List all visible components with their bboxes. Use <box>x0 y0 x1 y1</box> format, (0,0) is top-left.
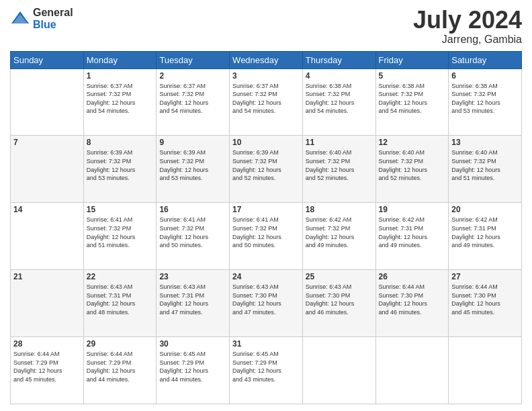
day-info: Sunrise: 6:43 AM Sunset: 7:31 PM Dayligh… <box>159 283 226 316</box>
day-info: Sunrise: 6:38 AM Sunset: 7:32 PM Dayligh… <box>379 82 446 116</box>
day-number: 31 <box>232 339 300 349</box>
table-row: 8Sunrise: 6:39 AM Sunset: 7:32 PM Daylig… <box>83 136 157 203</box>
day-number: 11 <box>306 138 373 147</box>
day-number: 29 <box>87 339 154 349</box>
table-row: 15Sunrise: 6:41 AM Sunset: 7:32 PM Dayli… <box>83 203 157 270</box>
table-row: 17Sunrise: 6:41 AM Sunset: 7:32 PM Dayli… <box>230 203 303 270</box>
day-number: 25 <box>306 272 373 281</box>
day-number: 22 <box>87 272 154 281</box>
day-number: 21 <box>13 272 81 281</box>
table-row: 30Sunrise: 6:45 AM Sunset: 7:29 PM Dayli… <box>157 337 230 404</box>
day-number: 27 <box>451 272 519 281</box>
table-row: 1Sunrise: 6:37 AM Sunset: 7:32 PM Daylig… <box>83 68 157 136</box>
day-number: 2 <box>159 71 226 81</box>
day-info: Sunrise: 6:39 AM Sunset: 7:32 PM Dayligh… <box>159 148 226 182</box>
table-row: 16Sunrise: 6:41 AM Sunset: 7:32 PM Dayli… <box>157 203 230 270</box>
day-number: 30 <box>159 339 226 349</box>
col-sunday: Sunday <box>11 51 84 68</box>
table-row: 25Sunrise: 6:43 AM Sunset: 7:30 PM Dayli… <box>302 270 375 337</box>
day-number: 6 <box>451 71 519 81</box>
table-row: 4Sunrise: 6:38 AM Sunset: 7:32 PM Daylig… <box>302 68 375 136</box>
table-row: 24Sunrise: 6:43 AM Sunset: 7:30 PM Dayli… <box>230 270 303 337</box>
logo-text: General Blue <box>33 7 73 30</box>
logo-blue-text: Blue <box>33 19 73 31</box>
day-info: Sunrise: 6:37 AM Sunset: 7:32 PM Dayligh… <box>232 82 300 116</box>
calendar-title: July 2024 <box>413 7 522 34</box>
table-row: 29Sunrise: 6:44 AM Sunset: 7:29 PM Dayli… <box>83 337 157 404</box>
day-info: Sunrise: 6:41 AM Sunset: 7:32 PM Dayligh… <box>232 216 300 249</box>
table-row: 22Sunrise: 6:43 AM Sunset: 7:31 PM Dayli… <box>83 270 157 337</box>
table-row: 10Sunrise: 6:39 AM Sunset: 7:32 PM Dayli… <box>230 136 303 203</box>
day-number: 1 <box>87 71 154 81</box>
page: General Blue July 2024 Jarreng, Gambia S… <box>0 0 532 411</box>
day-info: Sunrise: 6:39 AM Sunset: 7:32 PM Dayligh… <box>87 148 154 182</box>
calendar-week-row: 78Sunrise: 6:39 AM Sunset: 7:32 PM Dayli… <box>11 136 522 203</box>
day-number: 12 <box>379 138 446 147</box>
table-row: 12Sunrise: 6:40 AM Sunset: 7:32 PM Dayli… <box>375 136 449 203</box>
day-info: Sunrise: 6:37 AM Sunset: 7:32 PM Dayligh… <box>159 82 226 116</box>
day-info: Sunrise: 6:44 AM Sunset: 7:29 PM Dayligh… <box>87 350 154 383</box>
day-number: 18 <box>306 205 373 214</box>
day-number: 9 <box>159 138 226 147</box>
day-info: Sunrise: 6:44 AM Sunset: 7:29 PM Dayligh… <box>13 350 81 383</box>
col-saturday: Saturday <box>449 51 522 68</box>
day-info: Sunrise: 6:45 AM Sunset: 7:29 PM Dayligh… <box>159 350 226 383</box>
calendar-table: Sunday Monday Tuesday Wednesday Thursday… <box>10 51 522 404</box>
table-row <box>302 337 375 404</box>
calendar-week-row: 2122Sunrise: 6:43 AM Sunset: 7:31 PM Day… <box>11 270 522 337</box>
header: General Blue July 2024 Jarreng, Gambia <box>10 7 522 46</box>
col-friday: Friday <box>375 51 449 68</box>
table-row: 9Sunrise: 6:39 AM Sunset: 7:32 PM Daylig… <box>157 136 230 203</box>
col-tuesday: Tuesday <box>157 51 230 68</box>
day-number: 20 <box>451 205 519 214</box>
day-info: Sunrise: 6:42 AM Sunset: 7:31 PM Dayligh… <box>379 216 446 249</box>
day-info: Sunrise: 6:42 AM Sunset: 7:31 PM Dayligh… <box>451 216 519 249</box>
day-number: 19 <box>379 205 446 214</box>
day-number: 7 <box>13 138 81 147</box>
table-row: 18Sunrise: 6:42 AM Sunset: 7:32 PM Dayli… <box>302 203 375 270</box>
day-number: 5 <box>379 71 446 81</box>
day-info: Sunrise: 6:40 AM Sunset: 7:32 PM Dayligh… <box>379 148 446 182</box>
day-number: 3 <box>232 71 300 81</box>
day-info: Sunrise: 6:42 AM Sunset: 7:32 PM Dayligh… <box>306 216 373 249</box>
day-info: Sunrise: 6:44 AM Sunset: 7:30 PM Dayligh… <box>451 283 519 316</box>
day-info: Sunrise: 6:43 AM Sunset: 7:31 PM Dayligh… <box>87 283 154 316</box>
day-number: 17 <box>232 205 300 214</box>
table-row: 13Sunrise: 6:40 AM Sunset: 7:32 PM Dayli… <box>449 136 522 203</box>
table-row: 6Sunrise: 6:38 AM Sunset: 7:32 PM Daylig… <box>449 68 522 136</box>
title-block: July 2024 Jarreng, Gambia <box>413 7 522 46</box>
day-info: Sunrise: 6:41 AM Sunset: 7:32 PM Dayligh… <box>159 216 226 249</box>
table-row: 7 <box>11 136 84 203</box>
day-number: 8 <box>87 138 154 147</box>
day-info: Sunrise: 6:37 AM Sunset: 7:32 PM Dayligh… <box>87 82 154 116</box>
col-wednesday: Wednesday <box>230 51 303 68</box>
col-thursday: Thursday <box>302 51 375 68</box>
table-row <box>449 337 522 404</box>
day-number: 28 <box>13 339 81 349</box>
table-row: 31Sunrise: 6:45 AM Sunset: 7:29 PM Dayli… <box>230 337 303 404</box>
table-row: 19Sunrise: 6:42 AM Sunset: 7:31 PM Dayli… <box>375 203 449 270</box>
col-monday: Monday <box>83 51 157 68</box>
day-number: 10 <box>232 138 300 147</box>
table-row: 5Sunrise: 6:38 AM Sunset: 7:32 PM Daylig… <box>375 68 449 136</box>
table-row: 2Sunrise: 6:37 AM Sunset: 7:32 PM Daylig… <box>157 68 230 136</box>
table-row: 23Sunrise: 6:43 AM Sunset: 7:31 PM Dayli… <box>157 270 230 337</box>
day-number: 23 <box>159 272 226 281</box>
day-info: Sunrise: 6:38 AM Sunset: 7:32 PM Dayligh… <box>306 82 373 116</box>
day-info: Sunrise: 6:39 AM Sunset: 7:32 PM Dayligh… <box>232 148 300 182</box>
logo-general-text: General <box>33 7 73 19</box>
day-info: Sunrise: 6:38 AM Sunset: 7:32 PM Dayligh… <box>451 82 519 116</box>
day-number: 26 <box>379 272 446 281</box>
calendar-week-row: 1Sunrise: 6:37 AM Sunset: 7:32 PM Daylig… <box>11 68 522 136</box>
day-number: 16 <box>159 205 226 214</box>
table-row: 11Sunrise: 6:40 AM Sunset: 7:32 PM Dayli… <box>302 136 375 203</box>
table-row <box>375 337 449 404</box>
day-info: Sunrise: 6:43 AM Sunset: 7:30 PM Dayligh… <box>306 283 373 316</box>
day-number: 14 <box>13 205 81 214</box>
calendar-week-row: 28Sunrise: 6:44 AM Sunset: 7:29 PM Dayli… <box>11 337 522 404</box>
day-info: Sunrise: 6:41 AM Sunset: 7:32 PM Dayligh… <box>87 216 154 249</box>
day-info: Sunrise: 6:45 AM Sunset: 7:29 PM Dayligh… <box>232 350 300 383</box>
day-info: Sunrise: 6:40 AM Sunset: 7:32 PM Dayligh… <box>306 148 373 182</box>
table-row: 14 <box>11 203 84 270</box>
table-row: 26Sunrise: 6:44 AM Sunset: 7:30 PM Dayli… <box>375 270 449 337</box>
